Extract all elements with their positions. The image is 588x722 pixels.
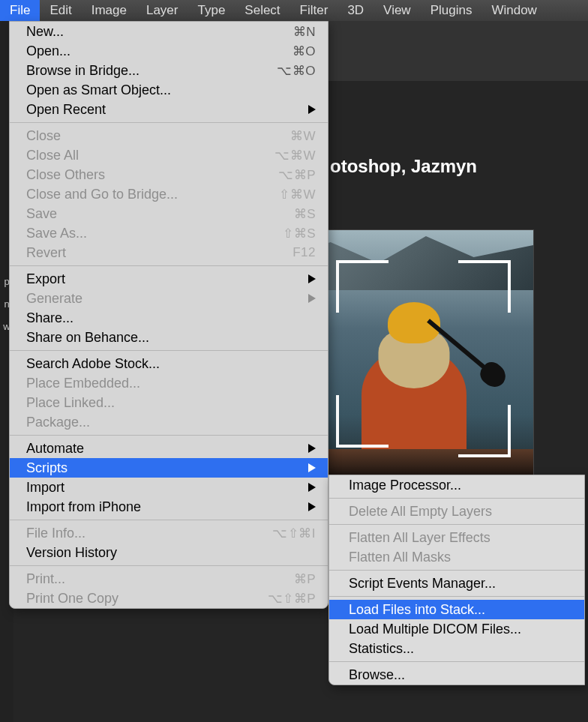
scripts-menu-item-load-multiple-dicom-files[interactable]: Load Multiple DICOM Files... xyxy=(329,619,584,639)
menubar-item-layer[interactable]: Layer xyxy=(136,0,188,21)
file-menu-item-open-recent[interactable]: Open Recent xyxy=(10,100,328,119)
file-menu-item-open-as-smart-object[interactable]: Open as Smart Object... xyxy=(10,80,328,100)
menu-item-shortcut: ⌘S xyxy=(294,206,316,222)
file-menu-item-search-adobe-stock[interactable]: Search Adobe Stock... xyxy=(10,354,328,373)
menu-separator xyxy=(10,350,328,351)
file-menu-item-close-others: Close Others⌥⌘P xyxy=(10,165,328,184)
menubar-item-image[interactable]: Image xyxy=(82,0,136,21)
menubar-item-plugins[interactable]: Plugins xyxy=(421,0,482,21)
menubar-item-view[interactable]: View xyxy=(374,0,421,21)
file-menu-item-share-on-behance[interactable]: Share on Behance... xyxy=(10,328,328,347)
menu-item-label: New... xyxy=(26,24,293,40)
file-menu-item-print: Print...⌘P xyxy=(10,569,328,589)
menu-item-label: Save xyxy=(26,206,294,222)
scripts-menu-item-flatten-all-masks: Flatten All Masks xyxy=(329,547,584,567)
menu-item-label: Load Files into Stack... xyxy=(349,602,572,618)
menu-item-label: Open as Smart Object... xyxy=(26,82,316,98)
file-menu-item-close-all: Close All⌥⌘W xyxy=(10,145,328,165)
menubar-item-select[interactable]: Select xyxy=(235,0,290,21)
menubar-item-type[interactable]: Type xyxy=(188,0,235,21)
menubar-item-file[interactable]: File xyxy=(0,0,40,21)
menu-item-label: Import from iPhone xyxy=(26,499,305,515)
scripts-menu-item-flatten-all-layer-effects: Flatten All Layer Effects xyxy=(329,528,584,547)
submenu-arrow-icon xyxy=(305,294,316,303)
menu-item-label: Share on Behance... xyxy=(26,330,316,346)
menu-item-label: Place Linked... xyxy=(26,395,316,411)
menu-separator xyxy=(10,520,328,520)
menu-item-label: Delete All Empty Layers xyxy=(349,504,572,520)
file-menu-item-automate[interactable]: Automate xyxy=(10,439,328,458)
file-menu-item-place-embedded: Place Embedded... xyxy=(10,373,328,393)
menu-item-label: Search Adobe Stock... xyxy=(26,356,316,372)
menubar-item-edit[interactable]: Edit xyxy=(40,0,81,21)
menu-item-label: Print... xyxy=(26,571,294,587)
scripts-menu-item-image-processor[interactable]: Image Processor... xyxy=(329,475,584,495)
file-menu-item-export[interactable]: Export xyxy=(10,269,328,289)
menu-item-shortcut: ⇧⌘W xyxy=(279,187,316,202)
menu-item-label: Place Embedded... xyxy=(26,376,316,391)
submenu-arrow-icon xyxy=(305,274,316,283)
welcome-heading: otoshop, Jazmyn xyxy=(330,156,477,177)
file-menu-item-close: Close⌘W xyxy=(10,126,328,145)
crop-corner-icon xyxy=(336,260,388,313)
menu-item-label: Load Multiple DICOM Files... xyxy=(349,622,572,637)
menu-item-shortcut: ⌥⌘W xyxy=(274,148,316,163)
menu-item-label: Package... xyxy=(26,415,316,430)
file-menu-item-share[interactable]: Share... xyxy=(10,308,328,328)
menu-item-shortcut: ⌥⇧⌘I xyxy=(272,526,316,541)
scripts-menu-item-browse[interactable]: Browse... xyxy=(329,665,584,685)
scripts-menu-item-statistics[interactable]: Statistics... xyxy=(329,639,584,658)
scripts-menu-item-load-files-into-stack[interactable]: Load Files into Stack... xyxy=(329,600,584,619)
file-menu-item-file-info: File Info...⌥⇧⌘I xyxy=(10,523,328,543)
file-menu-item-save: Save⌘S xyxy=(10,204,328,223)
menu-item-label: Browse in Bridge... xyxy=(26,63,277,79)
menu-item-shortcut: ⌘O xyxy=(292,43,316,59)
menu-item-label: Generate xyxy=(26,291,305,307)
menu-item-label: Close All xyxy=(26,148,274,163)
file-menu-item-save-as: Save As...⇧⌘S xyxy=(10,223,328,243)
menu-separator xyxy=(329,498,584,499)
menu-separator xyxy=(329,596,584,597)
menu-item-label: Version History xyxy=(26,545,316,561)
menu-separator xyxy=(329,570,584,571)
menu-item-label: Statistics... xyxy=(349,641,572,657)
submenu-arrow-icon xyxy=(305,463,316,472)
file-menu-item-browse-in-bridge[interactable]: Browse in Bridge...⌥⌘O xyxy=(10,61,328,80)
file-menu-item-open[interactable]: Open...⌘O xyxy=(10,41,328,61)
submenu-arrow-icon xyxy=(305,444,316,453)
sample-image-thumb[interactable] xyxy=(294,229,534,477)
menu-item-label: Revert xyxy=(26,245,292,261)
scripts-menu-item-script-events-manager[interactable]: Script Events Manager... xyxy=(329,574,584,593)
menu-item-label: Save As... xyxy=(26,226,283,241)
menu-separator xyxy=(329,524,584,525)
menu-separator xyxy=(10,565,328,566)
menubar-item-filter[interactable]: Filter xyxy=(290,0,338,21)
submenu-arrow-icon xyxy=(305,483,316,492)
crop-corner-icon xyxy=(336,395,388,448)
menu-item-shortcut: ⌥⌘O xyxy=(277,63,316,79)
menu-item-label: Flatten All Layer Effects xyxy=(349,530,572,546)
menu-item-label: Open Recent xyxy=(26,102,305,118)
menu-item-label: Flatten All Masks xyxy=(349,550,572,565)
menu-item-shortcut: ⌘W xyxy=(290,128,316,144)
file-menu-item-print-one-copy: Print One Copy⌥⇧⌘P xyxy=(10,589,328,608)
menubar-item-window[interactable]: Window xyxy=(482,0,546,21)
menubar-item-3d[interactable]: 3D xyxy=(338,0,374,21)
file-menu-item-version-history[interactable]: Version History xyxy=(10,543,328,562)
menu-item-label: File Info... xyxy=(26,526,272,541)
menu-item-label: Browse... xyxy=(349,667,572,683)
submenu-arrow-icon xyxy=(305,502,316,511)
menu-item-label: Image Processor... xyxy=(349,478,572,493)
file-menu-item-new[interactable]: New...⌘N xyxy=(10,22,328,41)
menu-item-shortcut: ⌥⇧⌘P xyxy=(268,591,316,607)
scripts-submenu: Image Processor...Delete All Empty Layer… xyxy=(328,475,585,685)
scripts-menu-item-delete-all-empty-layers: Delete All Empty Layers xyxy=(329,502,584,521)
submenu-arrow-icon xyxy=(305,105,316,114)
menu-item-shortcut: ⌘P xyxy=(294,571,316,587)
menu-item-shortcut: F12 xyxy=(292,245,316,260)
file-menu-item-import[interactable]: Import xyxy=(10,478,328,497)
file-menu-item-import-from-iphone[interactable]: Import from iPhone xyxy=(10,497,328,517)
file-menu-item-scripts[interactable]: Scripts xyxy=(10,458,328,478)
menu-item-shortcut: ⌘N xyxy=(293,24,316,40)
menu-item-label: Close and Go to Bridge... xyxy=(26,187,279,202)
